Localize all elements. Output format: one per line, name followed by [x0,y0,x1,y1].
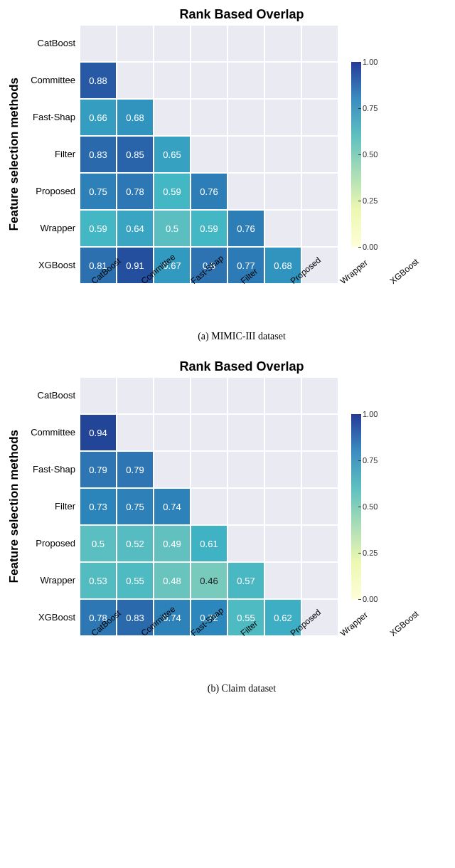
heatmap-cell [228,488,264,525]
y-tick-label: Filter [24,488,80,525]
chart-title: Rank Based Overlap [36,7,448,22]
heatmap-cell [264,210,301,247]
heatmap-cell [191,62,228,99]
y-tick-label: CatBoost [24,377,80,414]
heatmap-cell: 0.5 [154,210,191,247]
heatmap-cell [301,62,338,99]
heatmap-cell: 0.88 [80,62,117,99]
heatmap-cell: 0.75 [80,173,117,210]
heatmap-cell: 0.66 [80,99,117,136]
heatmap-cell: 0.75 [117,488,154,525]
y-tick-label: Wrapper [24,210,80,247]
colorbar-tick: 0.75 [363,104,378,112]
heatmap-cell [228,99,264,136]
heatmap-cell [301,136,338,173]
heatmap-grid: 0.880.660.680.830.850.650.750.780.590.76… [80,25,338,284]
heatmap-cell: 0.57 [228,562,264,599]
subcaption: (b) Claim dataset [36,683,448,694]
heatmap-cell [191,488,228,525]
heatmap-cell [301,451,338,488]
colorbar-tick: 0.25 [363,196,378,205]
heatmap-b: Rank Based Overlap Feature selection met… [7,359,448,694]
heatmap-cell: 0.64 [117,210,154,247]
heatmap-cell: 0.79 [80,451,117,488]
heatmap-cell [264,25,301,62]
heatmap-cell [264,62,301,99]
colorbar-tick: 0.50 [363,150,378,159]
heatmap-cell: 0.79 [117,451,154,488]
heatmap-cell: 0.5 [80,525,117,562]
heatmap-cell [264,377,301,414]
heatmap-cell [228,173,264,210]
heatmap-cell: 0.55 [117,562,154,599]
heatmap-cell: 0.94 [80,414,117,451]
heatmap-cell: 0.59 [80,210,117,247]
heatmap-cell [117,25,154,62]
heatmap-cell [191,25,228,62]
y-tick-label: CatBoost [24,25,80,62]
heatmap-cell: 0.73 [80,488,117,525]
heatmap-cell [301,25,338,62]
heatmap-cell: 0.61 [191,525,228,562]
y-tick-label: Fast-Shap [24,99,80,136]
heatmap-cell [191,99,228,136]
heatmap-cell [154,99,191,136]
y-axis-label: Feature selection methods [7,78,23,231]
heatmap-grid: 0.940.790.790.730.750.740.50.520.490.610… [80,377,338,636]
heatmap-cell [117,377,154,414]
heatmap-cell: 0.59 [191,210,228,247]
heatmap-a: Rank Based Overlap Feature selection met… [7,7,448,342]
y-tick-label: XGBoost [24,599,80,636]
heatmap-cell: 0.65 [154,136,191,173]
heatmap-cell [264,414,301,451]
heatmap-cell: 0.76 [228,210,264,247]
chart-title: Rank Based Overlap [36,359,448,374]
y-tick-label: Proposed [24,173,80,210]
y-tick-label: XGBoost [24,247,80,284]
colorbar: 1.000.750.500.250.00 [351,414,361,599]
heatmap-cell [264,488,301,525]
y-tick-label: Proposed [24,525,80,562]
heatmap-cell: 0.78 [117,173,154,210]
heatmap-cell [154,25,191,62]
heatmap-cell: 0.76 [191,173,228,210]
colorbar-tick: 0.25 [363,549,378,557]
y-tick-label: Wrapper [24,562,80,599]
heatmap-cell [154,414,191,451]
y-tick-label: Filter [24,136,80,173]
heatmap-cell [191,377,228,414]
colorbar-tick: 1.00 [363,410,378,418]
heatmap-cell [228,25,264,62]
heatmap-cell [191,136,228,173]
heatmap-cell [264,451,301,488]
heatmap-cell [301,173,338,210]
heatmap-cell [264,99,301,136]
heatmap-cell [117,414,154,451]
subcaption: (a) MIMIC-III dataset [36,331,448,342]
heatmap-cell [264,136,301,173]
heatmap-cell [301,525,338,562]
y-tick-label: Committee [24,62,80,99]
heatmap-cell [264,562,301,599]
heatmap-cell: 0.46 [191,562,228,599]
colorbar-tick: 0.00 [363,595,378,603]
heatmap-cell [264,525,301,562]
heatmap-cell [228,377,264,414]
heatmap-cell [228,525,264,562]
heatmap-cell [80,25,117,62]
colorbar: 1.000.750.500.250.00 [351,62,361,247]
heatmap-cell [228,414,264,451]
heatmap-cell [154,451,191,488]
heatmap-cell: 0.74 [154,488,191,525]
heatmap-cell [154,62,191,99]
heatmap-cell [228,136,264,173]
heatmap-cell [228,451,264,488]
heatmap-cell [301,488,338,525]
heatmap-cell [117,62,154,99]
heatmap-cell [228,62,264,99]
heatmap-cell [191,451,228,488]
x-ticks: CatBoostCommitteeFast-ShapFilterProposed… [80,639,448,682]
heatmap-cell [301,414,338,451]
heatmap-cell [154,377,191,414]
heatmap-cell: 0.49 [154,525,191,562]
